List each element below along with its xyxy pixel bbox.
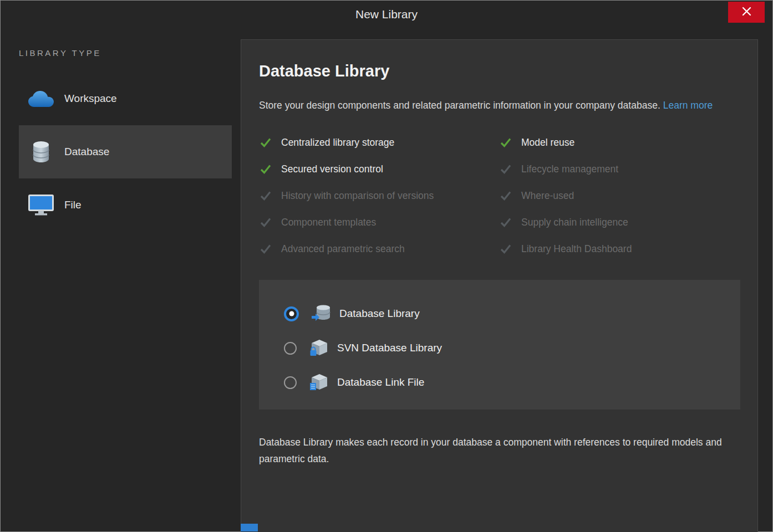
feature-column-right: Model reuse Lifecycle management Where-u…: [499, 129, 740, 262]
page-title: Database Library: [259, 62, 740, 80]
option-svn-database-library[interactable]: SVN Database Library: [284, 331, 740, 365]
feature-column-left: Centralized library storage Secured vers…: [259, 129, 499, 262]
sidebar-item-database[interactable]: Database: [19, 125, 232, 178]
feature-label: History with comparison of versions: [281, 190, 434, 202]
learn-more-link[interactable]: Learn more: [663, 100, 713, 111]
database-arrow-icon: [310, 305, 332, 323]
sidebar-header: LIBRARY TYPE: [19, 48, 232, 58]
database-icon: [27, 141, 55, 163]
close-icon: [742, 7, 751, 18]
feature-item: Secured version control: [259, 156, 499, 182]
feature-label: Secured version control: [281, 163, 383, 175]
feature-label: Supply chain intelligence: [521, 217, 628, 228]
feature-item: Lifecycle management: [499, 156, 740, 182]
option-label: Database Library: [339, 308, 420, 320]
check-icon: [499, 216, 512, 229]
partial-blue-element: [241, 524, 258, 531]
option-database-library[interactable]: Database Library: [284, 296, 740, 331]
feature-item: Where-used: [499, 182, 740, 209]
radio-svn-database-library[interactable]: [284, 342, 297, 355]
feature-label: Library Health Dashboard: [521, 243, 632, 255]
sidebar: LIBRARY TYPE Workspace: [1, 28, 232, 232]
feature-item: Library Health Dashboard: [499, 236, 740, 262]
feature-label: Advanced parametric search: [281, 243, 405, 255]
description: Store your design components and related…: [259, 97, 719, 114]
feature-item: Advanced parametric search: [259, 236, 499, 262]
option-database-link-file[interactable]: Database Link File: [284, 365, 740, 400]
feature-label: Centralized library storage: [281, 137, 394, 149]
dialog-title: New Library: [355, 8, 418, 21]
sidebar-item-label: Workspace: [64, 93, 117, 105]
database-link-file-icon: [308, 374, 330, 391]
check-icon: [259, 216, 272, 229]
svn-server-lock-icon: [308, 339, 330, 357]
feature-label: Where-used: [521, 190, 574, 202]
sidebar-item-workspace[interactable]: Workspace: [19, 72, 232, 125]
feature-label: Model reuse: [521, 137, 574, 149]
monitor-icon: [27, 195, 55, 216]
feature-item: History with comparison of versions: [259, 182, 499, 209]
new-library-dialog: New Library LIBRARY TYPE Workspace: [0, 0, 773, 532]
feature-label: Component templates: [281, 217, 376, 228]
check-icon: [499, 242, 512, 255]
check-icon: [259, 189, 272, 202]
feature-item: Supply chain intelligence: [499, 209, 740, 236]
description-text: Store your design components and related…: [259, 100, 660, 111]
check-icon: [259, 136, 272, 149]
library-options-panel: Database Library SVN Database Library: [259, 280, 740, 410]
feature-item: Component templates: [259, 209, 499, 236]
selected-option-description: Database Library makes each record in yo…: [259, 434, 736, 467]
titlebar: New Library: [1, 1, 772, 28]
check-icon: [499, 162, 512, 176]
check-icon: [499, 189, 512, 202]
check-icon: [259, 162, 272, 176]
sidebar-item-file[interactable]: File: [19, 178, 232, 232]
radio-database-link-file[interactable]: [284, 376, 297, 389]
feature-item: Model reuse: [499, 129, 740, 156]
check-icon: [259, 242, 272, 255]
option-label: Database Link File: [337, 376, 424, 388]
feature-item: Centralized library storage: [259, 129, 499, 156]
sidebar-item-label: Database: [64, 146, 109, 158]
main-panel: Database Library Store your design compo…: [241, 39, 758, 532]
check-icon: [499, 136, 512, 149]
sidebar-item-label: File: [64, 199, 82, 211]
cloud-icon: [27, 90, 55, 108]
feature-label: Lifecycle management: [521, 163, 618, 175]
close-button[interactable]: [728, 2, 765, 23]
feature-list: Centralized library storage Secured vers…: [259, 129, 740, 262]
radio-database-library[interactable]: [284, 306, 299, 321]
option-label: SVN Database Library: [337, 342, 442, 354]
